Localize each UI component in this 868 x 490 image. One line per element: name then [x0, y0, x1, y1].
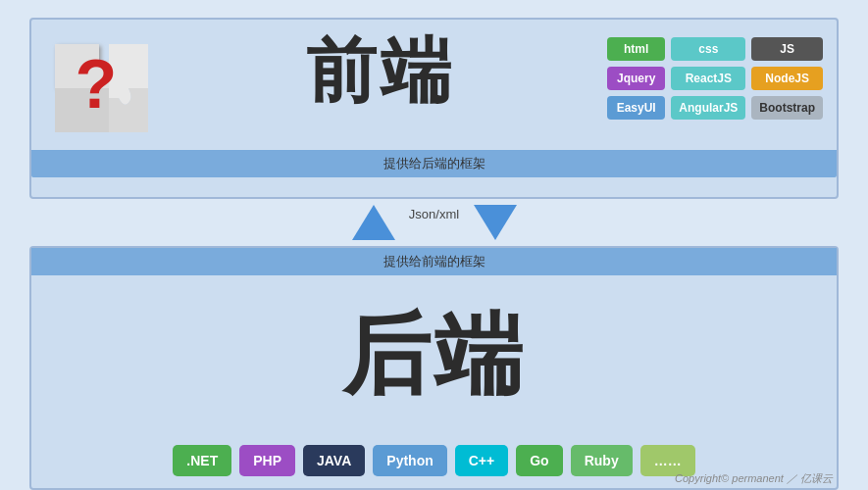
backend-tag: JAVA — [303, 445, 365, 476]
frontend-tag: AngularJS — [671, 96, 745, 120]
frontend-section: ? 前端 htmlcssJSJqueryReactJSNodeJSEasyUIA… — [29, 18, 839, 199]
frontend-tag: JS — [751, 37, 823, 61]
frontend-tag: Bootstrap — [751, 96, 823, 120]
puzzle-icon: ? — [45, 34, 153, 142]
frontend-tag: html — [607, 37, 665, 61]
backend-tag: .NET — [173, 445, 231, 476]
arrow-up-icon — [352, 205, 395, 240]
backend-tag: Python — [373, 445, 446, 476]
backend-section: 提供给前端的框架 后端 .NETPHPJAVAPythonC++GoRuby…… — [29, 246, 839, 490]
main-container: ? 前端 htmlcssJSJqueryReactJSNodeJSEasyUIA… — [0, 0, 868, 490]
arrows-section: Json/xml — [0, 199, 868, 246]
frontend-tag: EasyUI — [607, 96, 665, 120]
json-xml-label: Json/xml — [409, 207, 459, 221]
arrow-down-icon — [474, 205, 517, 240]
svg-text:?: ? — [76, 46, 118, 122]
frontend-tag: css — [671, 37, 745, 61]
backend-title: 后端 — [45, 266, 823, 445]
copyright: Copyright© permanent ／ 亿课云 — [675, 471, 833, 486]
backend-tag: C++ — [455, 445, 508, 476]
frontend-tag: ReactJS — [671, 67, 745, 90]
frontend-tags-grid: htmlcssJSJqueryReactJSNodeJSEasyUIAngula… — [607, 37, 823, 120]
backend-tag: Go — [516, 445, 562, 476]
frontend-title: 前端 — [153, 24, 607, 119]
backend-tag: Ruby — [571, 445, 633, 476]
frontend-provide-bar: 提供给后端的框架 — [31, 150, 837, 177]
frontend-tag: NodeJS — [751, 67, 823, 90]
backend-tag: PHP — [239, 445, 295, 476]
frontend-tag: Jquery — [607, 67, 665, 90]
